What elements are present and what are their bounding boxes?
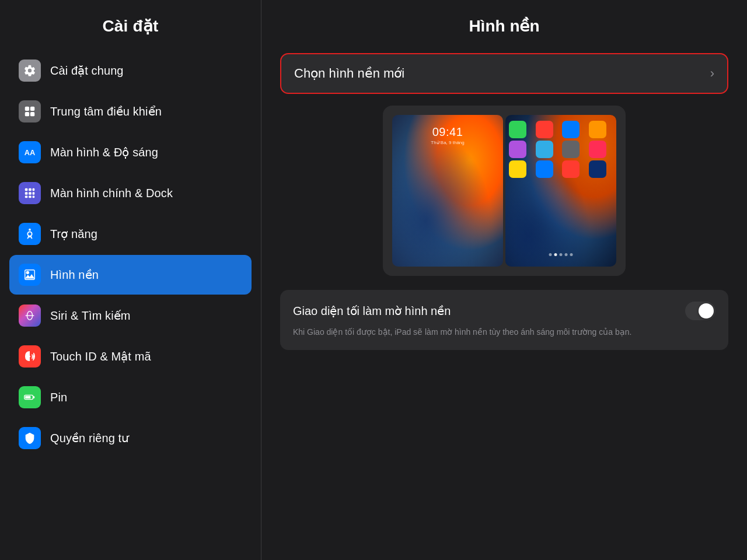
- app-icon: [562, 160, 580, 178]
- sidebar-item-control-center[interactable]: Trung tâm điều khiển: [9, 92, 252, 131]
- sidebar-item-display-label: Màn hình & Độ sáng: [50, 145, 158, 159]
- gear-icon: [19, 60, 41, 82]
- svg-rect-10: [33, 192, 35, 195]
- sidebar: Cài đặt Cài đặt chung Trung tâm điề: [0, 0, 261, 560]
- lock-screen-date: Thứ Ba, 9 tháng: [431, 140, 464, 145]
- app-icon: [509, 141, 526, 158]
- home-dot: [565, 253, 568, 256]
- lock-screen-preview: 09:41 Thứ Ba, 9 tháng: [392, 115, 503, 267]
- siri-icon: [19, 304, 41, 327]
- svg-rect-22: [25, 396, 30, 399]
- display-icon: AA: [19, 141, 41, 163]
- app-icon: [562, 141, 580, 158]
- home-screen-dots: [549, 253, 573, 256]
- app-icon: [562, 121, 580, 138]
- home-dot: [570, 253, 573, 256]
- svg-rect-7: [33, 188, 35, 191]
- touchid-icon: [19, 345, 41, 368]
- app-icon: [509, 121, 526, 138]
- sidebar-item-privacy-label: Quyền riêng tư: [50, 431, 129, 445]
- sidebar-item-siri-label: Siri & Tìm kiếm: [50, 309, 131, 323]
- app-icon: [536, 160, 553, 178]
- app-icon: [536, 141, 553, 158]
- sidebar-header: Cài đặt: [0, 0, 261, 46]
- app-icon: [509, 160, 526, 178]
- app-icon: [589, 121, 606, 138]
- sidebar-item-accessibility-label: Trợ năng: [50, 227, 97, 241]
- svg-rect-21: [33, 396, 35, 398]
- sidebar-item-home-screen[interactable]: Màn hình chính & Dock: [9, 173, 252, 213]
- chevron-right-icon: ›: [710, 66, 714, 81]
- sidebar-item-siri[interactable]: Siri & Tìm kiếm: [9, 296, 252, 335]
- sidebar-item-wallpaper-label: Hình nền: [50, 268, 99, 282]
- content-panel: Hình nền Chọn hình nền mới › 09:41 Thứ B…: [261, 0, 747, 560]
- home-dot-active: [554, 253, 557, 256]
- svg-rect-1: [30, 107, 34, 111]
- app-icon: [589, 141, 606, 158]
- content-header: Hình nền: [261, 0, 747, 46]
- toggle-label: Giao diện tối làm mờ hình nền: [293, 304, 451, 318]
- svg-rect-9: [29, 192, 32, 195]
- sidebar-item-wallpaper[interactable]: Hình nền: [9, 255, 252, 295]
- svg-rect-2: [25, 112, 29, 116]
- lock-screen-background: 09:41 Thứ Ba, 9 tháng: [392, 115, 503, 267]
- svg-rect-12: [29, 196, 32, 198]
- svg-rect-0: [25, 107, 29, 111]
- wallpaper-preview-inner: 09:41 Thứ Ba, 9 tháng: [383, 106, 626, 276]
- sidebar-list: Cài đặt chung Trung tâm điều khiển AA: [0, 46, 261, 560]
- toggle-row: Giao diện tối làm mờ hình nền: [293, 302, 715, 320]
- sidebar-item-accessibility[interactable]: Trợ năng: [9, 214, 252, 254]
- svg-point-19: [29, 356, 30, 357]
- choose-wallpaper-label: Chọn hình nền mới: [294, 66, 404, 81]
- svg-point-15: [26, 271, 30, 275]
- sidebar-item-touchid[interactable]: Touch ID & Mật mã: [9, 337, 252, 376]
- toggle-description: Khi Giao diện tối được bật, iPad sẽ làm …: [293, 326, 715, 338]
- home-screen-background: [505, 115, 616, 267]
- choose-wallpaper-row[interactable]: Chọn hình nền mới ›: [280, 53, 728, 94]
- lock-screen-time: 09:41: [432, 125, 463, 139]
- home-screen-preview: [505, 115, 616, 267]
- sidebar-item-control-label: Trung tâm điều khiển: [50, 104, 162, 118]
- wallpaper-preview: 09:41 Thứ Ba, 9 tháng: [280, 106, 728, 276]
- home-dot: [549, 253, 552, 256]
- app-icon: [589, 160, 606, 178]
- sidebar-item-home-label: Màn hình chính & Dock: [50, 187, 173, 200]
- svg-rect-5: [25, 188, 28, 191]
- content-body: Chọn hình nền mới › 09:41 Thứ Ba, 9 thán…: [261, 46, 747, 560]
- wallpaper-icon: [19, 264, 41, 286]
- svg-text:AA: AA: [25, 148, 36, 157]
- battery-icon: [19, 386, 41, 408]
- sidebar-item-battery-label: Pin: [50, 391, 67, 404]
- app-icon: [536, 121, 553, 138]
- svg-rect-3: [30, 112, 34, 116]
- toggle-section: Giao diện tối làm mờ hình nền Khi Giao d…: [280, 290, 728, 350]
- accessibility-icon: [19, 223, 41, 245]
- home-screen-icon: [19, 182, 41, 204]
- sidebar-item-battery[interactable]: Pin: [9, 377, 252, 417]
- svg-point-14: [29, 229, 31, 231]
- sidebar-item-privacy[interactable]: Quyền riêng tư: [9, 418, 252, 458]
- sidebar-title: Cài đặt: [14, 16, 247, 36]
- svg-rect-8: [25, 192, 28, 195]
- sidebar-item-general[interactable]: Cài đặt chung: [9, 51, 252, 90]
- home-dot: [560, 253, 563, 256]
- control-center-icon: [19, 100, 41, 123]
- svg-rect-13: [33, 196, 35, 198]
- content-title: Hình nền: [280, 16, 728, 36]
- svg-rect-6: [29, 188, 32, 191]
- privacy-icon: [19, 427, 41, 449]
- sidebar-item-display[interactable]: AA Màn hình & Độ sáng: [9, 132, 252, 172]
- sidebar-item-touchid-label: Touch ID & Mật mã: [50, 349, 151, 363]
- app-icons-grid: [509, 121, 613, 178]
- dark-mode-toggle[interactable]: [685, 302, 715, 320]
- svg-rect-11: [25, 196, 28, 198]
- sidebar-item-general-label: Cài đặt chung: [50, 64, 124, 78]
